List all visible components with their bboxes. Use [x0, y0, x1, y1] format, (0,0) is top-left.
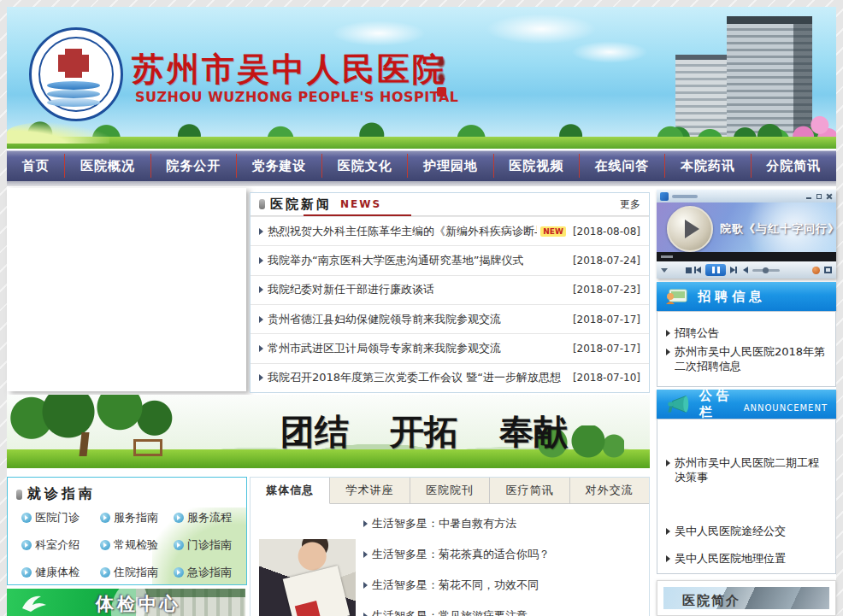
- media-article-list: 生活智多星：中暑自救有方法 生活智多星：菊花茶真的适合你吗？ 生活智多星：菊花不…: [363, 508, 642, 616]
- guide-label: 常规检验: [114, 537, 158, 553]
- recruit-link[interactable]: 招聘公告: [666, 326, 828, 340]
- volume-icon[interactable]: [743, 267, 748, 273]
- player-wordmark: [672, 195, 698, 198]
- bench-decoration: [133, 439, 162, 456]
- nav-item-overview[interactable]: 医院概况: [72, 150, 144, 181]
- record-icon[interactable]: [812, 267, 820, 274]
- nav-item-home[interactable]: 首页: [14, 150, 58, 181]
- recruit-link[interactable]: 苏州市吴中人民医院2018年第二次招聘信息: [666, 344, 828, 373]
- nav-item-culture[interactable]: 医院文化: [329, 150, 401, 181]
- nav-shadow: [7, 181, 836, 186]
- nav-item-pharmacy[interactable]: 本院药讯: [672, 150, 744, 181]
- section-bullet-icon: [16, 490, 22, 500]
- cloud-decoration: [332, 21, 426, 46]
- checkup-center-banner[interactable]: 体检中心: [7, 589, 245, 616]
- guide-link-outpatient[interactable]: 医院门诊: [21, 510, 100, 525]
- intro-title: 医院简介: [682, 593, 740, 609]
- player-info-text: [661, 255, 673, 258]
- video-player: 院歌《与红十字同行》: [657, 190, 836, 279]
- article-label: 生活智多星：菊花茶真的适合你吗？: [372, 547, 550, 562]
- pause-button[interactable]: [705, 264, 726, 276]
- guide-label: 服务指南: [114, 510, 158, 525]
- nav-item-video[interactable]: 医院视频: [500, 150, 572, 181]
- article-label: 生活智多星：常见旅游病要注意: [372, 608, 528, 616]
- guide-link-service-guide[interactable]: 服务指南: [100, 510, 174, 525]
- article-label: 生活智多星：菊花不同，功效不同: [372, 578, 539, 593]
- section-bullet-icon: [259, 199, 265, 209]
- tab-briefs[interactable]: 医疗简讯: [490, 478, 569, 503]
- playlist-dropdown-icon[interactable]: [661, 268, 668, 273]
- arrow-bullet-icon: [666, 555, 670, 562]
- nav-separator: [150, 154, 151, 178]
- previous-icon[interactable]: [696, 267, 701, 273]
- arrow-bullet-icon: [666, 349, 670, 355]
- cloud-decoration: [571, 41, 648, 63]
- seal-mark: [437, 72, 445, 84]
- guide-link-inpatient[interactable]: 住院指南: [100, 565, 174, 580]
- play-button-icon[interactable]: [667, 206, 713, 252]
- announce-link[interactable]: 吴中人民医院地理位置: [666, 551, 828, 566]
- announce-link[interactable]: 吴中人民医院途经公交: [666, 524, 828, 538]
- nav-separator: [493, 154, 494, 178]
- volume-slider[interactable]: [752, 269, 780, 272]
- guide-link-checkup[interactable]: 健康体检: [21, 565, 100, 580]
- stop-icon[interactable]: [686, 267, 692, 273]
- arrow-bullet-icon: [666, 528, 670, 535]
- calligraphy-seal-icon: [434, 56, 448, 101]
- media-article-link[interactable]: 生活智多星：菊花茶真的适合你吗？: [363, 539, 642, 570]
- newspaper-decoration: [283, 566, 351, 616]
- nav-item-branch[interactable]: 分院简讯: [758, 150, 829, 181]
- arrow-bullet-icon: [363, 520, 368, 527]
- logo-cross-icon: [65, 49, 82, 78]
- dot-bullet-icon: [174, 567, 184, 578]
- recruit-photo-icon: [665, 288, 687, 305]
- news-date: [2018-07-10]: [566, 372, 640, 384]
- guide-link-departments[interactable]: 科室介绍: [21, 537, 100, 553]
- tab-lectures[interactable]: 学术讲座: [330, 478, 410, 503]
- maximize-icon[interactable]: [816, 193, 822, 200]
- nav-item-nursing[interactable]: 护理园地: [415, 150, 486, 181]
- news-link[interactable]: 我院举办“南京医科大学医患沟通研究基地”揭牌仪式: [268, 253, 523, 268]
- next-icon[interactable]: [730, 267, 735, 273]
- close-icon[interactable]: [826, 193, 833, 200]
- news-link[interactable]: 热烈祝贺大外科主任陈革华主编的《新编外科疾病诊断与治: [268, 224, 537, 239]
- tab-media-info[interactable]: 媒体信息: [251, 478, 330, 504]
- guide-label: 科室介绍: [35, 537, 80, 553]
- dot-bullet-icon: [21, 567, 32, 578]
- tree-decoration: [7, 395, 212, 453]
- nav-item-qa[interactable]: 在线问答: [587, 150, 658, 181]
- minimize-icon[interactable]: [805, 193, 812, 200]
- media-article-link[interactable]: 生活智多星：中暑自救有方法: [363, 508, 642, 539]
- news-link[interactable]: 我院召开2018年度第三次党委工作会议 暨“进一步解放思想: [268, 370, 561, 385]
- guide-link-emergency[interactable]: 急诊指南: [174, 565, 237, 580]
- news-link[interactable]: 我院纪委对新任干部进行廉政谈话: [268, 282, 434, 297]
- hospital-intro-card[interactable]: 医院简介: [657, 580, 836, 616]
- fullscreen-icon[interactable]: [824, 267, 832, 273]
- guide-label: 门诊指南: [187, 537, 232, 553]
- tab-bar: 媒体信息 学术讲座 医院院刊 医疗简讯 对外交流: [251, 478, 649, 504]
- motto-text: 团结 开拓 奉献: [280, 408, 568, 455]
- arrow-bullet-icon: [259, 257, 263, 264]
- nav-separator: [751, 154, 752, 178]
- tab-exchange[interactable]: 对外交流: [570, 478, 649, 503]
- guide-link-service-flow[interactable]: 服务流程: [174, 510, 237, 525]
- media-article-link[interactable]: 生活智多星：菊花不同，功效不同: [363, 570, 642, 601]
- motto-word: 奉献: [499, 408, 568, 455]
- guide-link-lab-tests[interactable]: 常规检验: [100, 537, 174, 553]
- announce-link[interactable]: 苏州市吴中人民医院二期工程决策事: [666, 455, 828, 484]
- news-row: 贵州省德江县妇幼保健院领导前来我院参观交流 [2018-07-17]: [251, 304, 649, 333]
- news-link[interactable]: 常州市武进区卫计局领导专家前来我院参观交流: [268, 341, 501, 356]
- seal-mark: [437, 56, 445, 68]
- guide-link-clinic-guide[interactable]: 门诊指南: [174, 537, 237, 553]
- news-more-link[interactable]: 更多: [620, 197, 640, 212]
- news-link[interactable]: 贵州省德江县妇幼保健院领导前来我院参观交流: [268, 312, 501, 327]
- nav-item-party[interactable]: 党务建设: [243, 150, 315, 181]
- swan-logo-icon: [21, 591, 50, 613]
- tab-journal[interactable]: 医院院刊: [410, 478, 490, 503]
- dot-bullet-icon: [100, 567, 110, 578]
- guide-label: 服务流程: [187, 510, 232, 525]
- arrow-bullet-icon: [259, 374, 263, 381]
- media-article-link[interactable]: 生活智多星：常见旅游病要注意: [363, 601, 642, 616]
- nav-item-affairs[interactable]: 院务公开: [157, 150, 229, 181]
- hospital-logo-icon[interactable]: [29, 27, 123, 121]
